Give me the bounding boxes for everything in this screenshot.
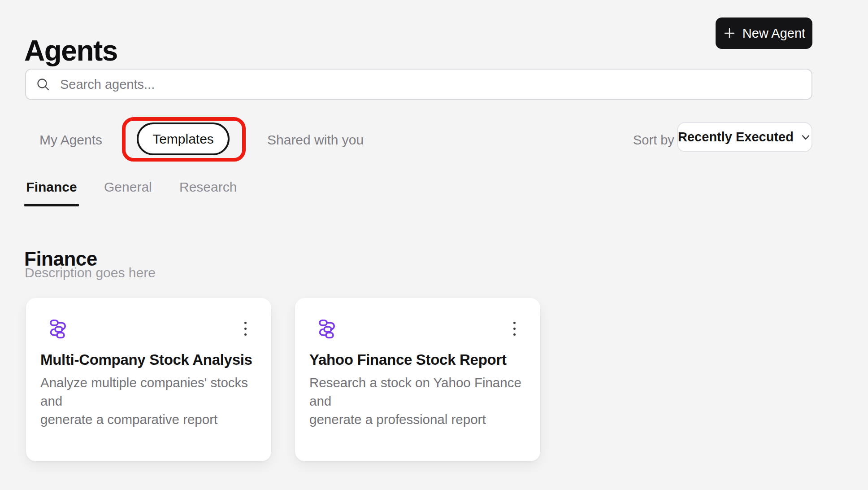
page-title: Agents: [24, 35, 117, 67]
kebab-menu-icon: [513, 322, 516, 324]
new-agent-button[interactable]: New Agent: [716, 18, 812, 49]
tab-general[interactable]: General: [104, 179, 152, 195]
template-card-multi-company-stock-analysis[interactable]: Multi-Company Stock Analysis Analyze mul…: [26, 298, 271, 461]
search-bar[interactable]: [25, 69, 812, 100]
card-menu-button[interactable]: [503, 315, 525, 342]
search-input[interactable]: [59, 77, 802, 92]
sort-by-label: Sort by: [633, 132, 674, 148]
tab-templates[interactable]: Templates: [137, 122, 230, 155]
card-menu-button[interactable]: [234, 315, 256, 342]
card-description: Research a stock on Yahoo Finance and ge…: [309, 373, 523, 429]
new-agent-button-label: New Agent: [742, 26, 805, 41]
card-title: Yahoo Finance Stock Report: [309, 351, 524, 369]
tab-shared-with-you[interactable]: Shared with you: [267, 132, 364, 148]
search-icon: [36, 77, 50, 92]
workflow-route-icon: [48, 319, 69, 340]
tab-my-agents[interactable]: My Agents: [39, 132, 102, 148]
active-tab-underline: [24, 204, 79, 206]
tab-finance[interactable]: Finance: [24, 179, 79, 195]
tab-research[interactable]: Research: [179, 179, 237, 195]
chevron-down-icon: [800, 131, 812, 143]
kebab-menu-icon: [244, 322, 247, 324]
plus-icon: [723, 26, 736, 40]
card-description: Analyze multiple companies' stocks and g…: [40, 373, 254, 429]
template-card-yahoo-finance-stock-report[interactable]: Yahoo Finance Stock Report Research a st…: [295, 298, 540, 461]
section-description: Description goes here: [25, 265, 156, 281]
workflow-route-icon: [317, 319, 338, 340]
sort-dropdown-value: Recently Executed: [678, 130, 794, 144]
sort-dropdown[interactable]: Recently Executed: [677, 122, 812, 152]
card-title: Multi-Company Stock Analysis: [40, 351, 255, 369]
